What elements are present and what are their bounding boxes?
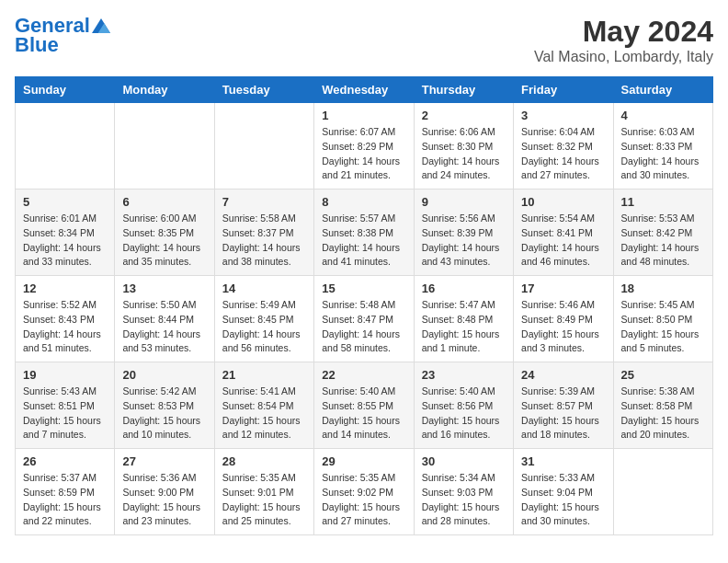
day-info: Sunrise: 5:42 AM Sunset: 8:53 PM Dayligh…: [122, 385, 206, 442]
logo-icon: [92, 17, 110, 35]
day-info: Sunrise: 5:33 AM Sunset: 9:04 PM Dayligh…: [521, 471, 605, 529]
day-info: Sunrise: 5:38 AM Sunset: 8:58 PM Dayligh…: [621, 385, 705, 442]
day-number: 14: [222, 282, 306, 295]
calendar-cell: 1Sunrise: 6:07 AM Sunset: 8:29 PM Daylig…: [314, 103, 414, 190]
day-info: Sunrise: 6:06 AM Sunset: 8:30 PM Dayligh…: [422, 125, 506, 183]
day-number: 31: [521, 454, 605, 468]
day-number: 16: [422, 282, 506, 295]
weekday-header-saturday: Saturday: [613, 77, 712, 103]
calendar-cell: 28Sunrise: 5:35 AM Sunset: 9:01 PM Dayli…: [214, 449, 313, 535]
calendar-cell: [214, 103, 313, 190]
calendar-cell: 30Sunrise: 5:34 AM Sunset: 9:03 PM Dayli…: [414, 449, 513, 535]
calendar-cell: 22Sunrise: 5:40 AM Sunset: 8:55 PM Dayli…: [314, 362, 414, 449]
weekday-header-wednesday: Wednesday: [314, 77, 414, 103]
calendar-cell: 9Sunrise: 5:56 AM Sunset: 8:39 PM Daylig…: [414, 190, 513, 276]
calendar-cell: 14Sunrise: 5:49 AM Sunset: 8:45 PM Dayli…: [214, 276, 313, 362]
day-info: Sunrise: 5:53 AM Sunset: 8:42 PM Dayligh…: [621, 212, 705, 270]
calendar-cell: 29Sunrise: 5:35 AM Sunset: 9:02 PM Dayli…: [314, 449, 414, 535]
day-number: 15: [322, 282, 405, 295]
day-number: 29: [322, 454, 405, 468]
day-info: Sunrise: 5:48 AM Sunset: 8:47 PM Dayligh…: [322, 298, 405, 356]
day-info: Sunrise: 5:34 AM Sunset: 9:03 PM Dayligh…: [422, 471, 506, 529]
day-info: Sunrise: 5:36 AM Sunset: 9:00 PM Dayligh…: [122, 471, 206, 529]
calendar-cell: 8Sunrise: 5:57 AM Sunset: 8:38 PM Daylig…: [314, 190, 414, 276]
day-number: 28: [222, 454, 306, 468]
day-info: Sunrise: 6:00 AM Sunset: 8:35 PM Dayligh…: [122, 212, 206, 270]
day-info: Sunrise: 5:46 AM Sunset: 8:49 PM Dayligh…: [521, 298, 605, 356]
calendar-week-row: 12Sunrise: 5:52 AM Sunset: 8:43 PM Dayli…: [16, 276, 713, 362]
calendar-cell: 10Sunrise: 5:54 AM Sunset: 8:41 PM Dayli…: [514, 190, 613, 276]
day-info: Sunrise: 6:01 AM Sunset: 8:34 PM Dayligh…: [23, 212, 107, 270]
calendar-cell: 16Sunrise: 5:47 AM Sunset: 8:48 PM Dayli…: [414, 276, 513, 362]
day-number: 2: [422, 109, 506, 122]
day-number: 24: [521, 368, 605, 382]
day-number: 30: [422, 454, 506, 468]
calendar-cell: [16, 103, 115, 190]
day-info: Sunrise: 5:50 AM Sunset: 8:44 PM Dayligh…: [122, 298, 206, 356]
calendar-week-row: 26Sunrise: 5:37 AM Sunset: 8:59 PM Dayli…: [16, 449, 713, 535]
calendar-cell: 21Sunrise: 5:41 AM Sunset: 8:54 PM Dayli…: [214, 362, 313, 449]
calendar-cell: 5Sunrise: 6:01 AM Sunset: 8:34 PM Daylig…: [16, 190, 115, 276]
calendar-cell: 27Sunrise: 5:36 AM Sunset: 9:00 PM Dayli…: [115, 449, 214, 535]
day-number: 18: [621, 282, 705, 295]
day-number: 10: [521, 195, 605, 209]
logo: General Blue: [15, 15, 110, 57]
day-info: Sunrise: 5:43 AM Sunset: 8:51 PM Dayligh…: [23, 385, 107, 442]
calendar-cell: 6Sunrise: 6:00 AM Sunset: 8:35 PM Daylig…: [115, 190, 214, 276]
calendar-week-row: 19Sunrise: 5:43 AM Sunset: 8:51 PM Dayli…: [16, 362, 713, 449]
day-number: 26: [23, 454, 107, 468]
calendar-cell: [115, 103, 214, 190]
calendar-cell: 7Sunrise: 5:58 AM Sunset: 8:37 PM Daylig…: [214, 190, 313, 276]
day-number: 4: [621, 109, 705, 122]
day-number: 25: [621, 368, 705, 382]
day-info: Sunrise: 5:35 AM Sunset: 9:02 PM Dayligh…: [322, 471, 405, 529]
month-title: May 2024: [534, 15, 713, 49]
day-number: 13: [122, 282, 206, 295]
weekday-header-thursday: Thursday: [414, 77, 513, 103]
day-number: 11: [621, 195, 705, 209]
calendar-cell: 15Sunrise: 5:48 AM Sunset: 8:47 PM Dayli…: [314, 276, 414, 362]
day-info: Sunrise: 5:40 AM Sunset: 8:56 PM Dayligh…: [422, 385, 506, 442]
calendar-cell: 31Sunrise: 5:33 AM Sunset: 9:04 PM Dayli…: [514, 449, 613, 535]
calendar-cell: 12Sunrise: 5:52 AM Sunset: 8:43 PM Dayli…: [16, 276, 115, 362]
day-info: Sunrise: 6:03 AM Sunset: 8:33 PM Dayligh…: [621, 125, 705, 183]
calendar-week-row: 5Sunrise: 6:01 AM Sunset: 8:34 PM Daylig…: [16, 190, 713, 276]
day-info: Sunrise: 6:04 AM Sunset: 8:32 PM Dayligh…: [521, 125, 605, 183]
day-info: Sunrise: 5:37 AM Sunset: 8:59 PM Dayligh…: [23, 471, 107, 529]
day-info: Sunrise: 5:56 AM Sunset: 8:39 PM Dayligh…: [422, 212, 506, 270]
weekday-header-friday: Friday: [514, 77, 613, 103]
calendar-cell: 11Sunrise: 5:53 AM Sunset: 8:42 PM Dayli…: [613, 190, 712, 276]
calendar-cell: 4Sunrise: 6:03 AM Sunset: 8:33 PM Daylig…: [613, 103, 712, 190]
calendar-cell: 13Sunrise: 5:50 AM Sunset: 8:44 PM Dayli…: [115, 276, 214, 362]
day-info: Sunrise: 5:52 AM Sunset: 8:43 PM Dayligh…: [23, 298, 107, 356]
calendar-cell: 18Sunrise: 5:45 AM Sunset: 8:50 PM Dayli…: [613, 276, 712, 362]
calendar-cell: 2Sunrise: 6:06 AM Sunset: 8:30 PM Daylig…: [414, 103, 513, 190]
calendar-cell: 25Sunrise: 5:38 AM Sunset: 8:58 PM Dayli…: [613, 362, 712, 449]
calendar-cell: 19Sunrise: 5:43 AM Sunset: 8:51 PM Dayli…: [16, 362, 115, 449]
day-number: 17: [521, 282, 605, 295]
calendar-cell: 26Sunrise: 5:37 AM Sunset: 8:59 PM Dayli…: [16, 449, 115, 535]
day-number: 19: [23, 368, 107, 382]
calendar-cell: 3Sunrise: 6:04 AM Sunset: 8:32 PM Daylig…: [514, 103, 613, 190]
day-number: 12: [23, 282, 107, 295]
day-info: Sunrise: 5:40 AM Sunset: 8:55 PM Dayligh…: [322, 385, 405, 442]
day-info: Sunrise: 5:47 AM Sunset: 8:48 PM Dayligh…: [422, 298, 506, 356]
calendar-cell: 20Sunrise: 5:42 AM Sunset: 8:53 PM Dayli…: [115, 362, 214, 449]
calendar-cell: 17Sunrise: 5:46 AM Sunset: 8:49 PM Dayli…: [514, 276, 613, 362]
day-info: Sunrise: 5:41 AM Sunset: 8:54 PM Dayligh…: [222, 385, 306, 442]
calendar-table: SundayMondayTuesdayWednesdayThursdayFrid…: [15, 76, 713, 535]
day-info: Sunrise: 5:58 AM Sunset: 8:37 PM Dayligh…: [222, 212, 306, 270]
day-number: 22: [322, 368, 405, 382]
day-number: 5: [23, 195, 107, 209]
day-number: 8: [322, 195, 405, 209]
weekday-header-sunday: Sunday: [16, 77, 115, 103]
day-info: Sunrise: 6:07 AM Sunset: 8:29 PM Dayligh…: [322, 125, 405, 183]
weekday-header-monday: Monday: [115, 77, 214, 103]
calendar-cell: 24Sunrise: 5:39 AM Sunset: 8:57 PM Dayli…: [514, 362, 613, 449]
day-number: 7: [222, 195, 306, 209]
weekday-header-row: SundayMondayTuesdayWednesdayThursdayFrid…: [16, 77, 713, 103]
day-info: Sunrise: 5:35 AM Sunset: 9:01 PM Dayligh…: [222, 471, 306, 529]
weekday-header-tuesday: Tuesday: [214, 77, 313, 103]
day-info: Sunrise: 5:54 AM Sunset: 8:41 PM Dayligh…: [521, 212, 605, 270]
day-info: Sunrise: 5:49 AM Sunset: 8:45 PM Dayligh…: [222, 298, 306, 356]
